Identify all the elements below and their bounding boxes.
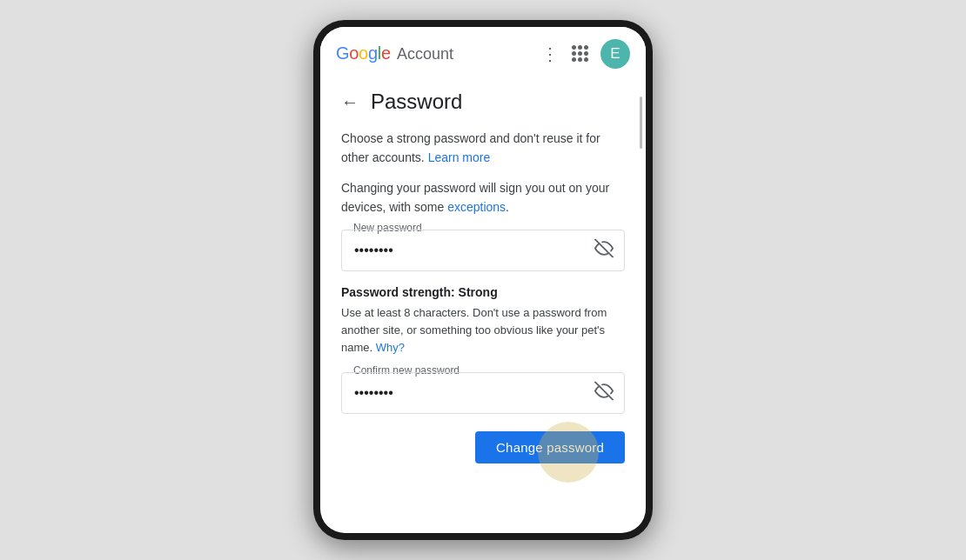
more-vert-icon[interactable]: ⋮ xyxy=(541,43,560,64)
app-header: Google Account ⋮ E xyxy=(320,27,646,77)
button-row: Change password xyxy=(341,431,625,463)
grid-dot xyxy=(584,45,588,50)
back-button[interactable]: ← xyxy=(341,93,359,110)
description-2: Changing your password will sign you out… xyxy=(341,179,625,217)
grid-dot xyxy=(578,45,582,50)
confirm-password-wrapper: Confirm new password xyxy=(341,372,625,414)
new-password-field[interactable] xyxy=(341,230,625,271)
google-account-logo: Google Account xyxy=(336,43,453,63)
why-link[interactable]: Why? xyxy=(376,341,405,354)
toggle-confirm-password-visibility-icon[interactable] xyxy=(594,382,614,405)
logo-g-blue: G xyxy=(336,43,349,63)
toggle-password-visibility-icon[interactable] xyxy=(594,238,614,262)
phone-frame: Google Account ⋮ E xyxy=(313,20,653,540)
grid-dot xyxy=(572,51,576,56)
logo-o-red: o xyxy=(349,43,359,63)
grid-dot xyxy=(584,51,588,56)
logo-e-red: e xyxy=(381,43,391,63)
password-strength-box: Password strength: Strong Use at least 8… xyxy=(341,285,625,357)
confirm-password-field[interactable] xyxy=(341,372,625,414)
change-password-button[interactable]: Change password xyxy=(475,431,625,463)
password-strength-title: Password strength: Strong xyxy=(341,285,625,299)
description-1: Choose a strong password and don't reuse… xyxy=(341,130,625,167)
grid-dot xyxy=(572,57,576,62)
grid-dot xyxy=(584,57,588,62)
learn-more-link[interactable]: Learn more xyxy=(428,150,491,164)
new-password-input[interactable] xyxy=(354,243,582,258)
page-title: Password xyxy=(371,90,462,114)
logo-o-yellow: o xyxy=(359,43,368,63)
apps-grid-icon[interactable] xyxy=(572,45,588,62)
new-password-wrapper: New password xyxy=(341,230,625,271)
exceptions-link[interactable]: exceptions xyxy=(447,200,506,214)
scrollbar[interactable] xyxy=(640,97,642,149)
avatar[interactable]: E xyxy=(600,39,630,69)
page-title-row: ← Password xyxy=(341,90,625,114)
grid-dot xyxy=(572,45,576,50)
header-actions: ⋮ E xyxy=(541,39,630,69)
logo-g-blue2: g xyxy=(368,43,378,63)
grid-dot xyxy=(578,57,582,62)
logo-account-text: Account xyxy=(397,45,453,63)
password-strength-desc: Use at least 8 characters. Don't use a p… xyxy=(341,304,625,357)
confirm-password-input[interactable] xyxy=(354,385,582,401)
page-content: ← Password Choose a strong password and … xyxy=(320,77,646,533)
phone-screen: Google Account ⋮ E xyxy=(320,27,646,533)
grid-dot xyxy=(578,51,582,56)
